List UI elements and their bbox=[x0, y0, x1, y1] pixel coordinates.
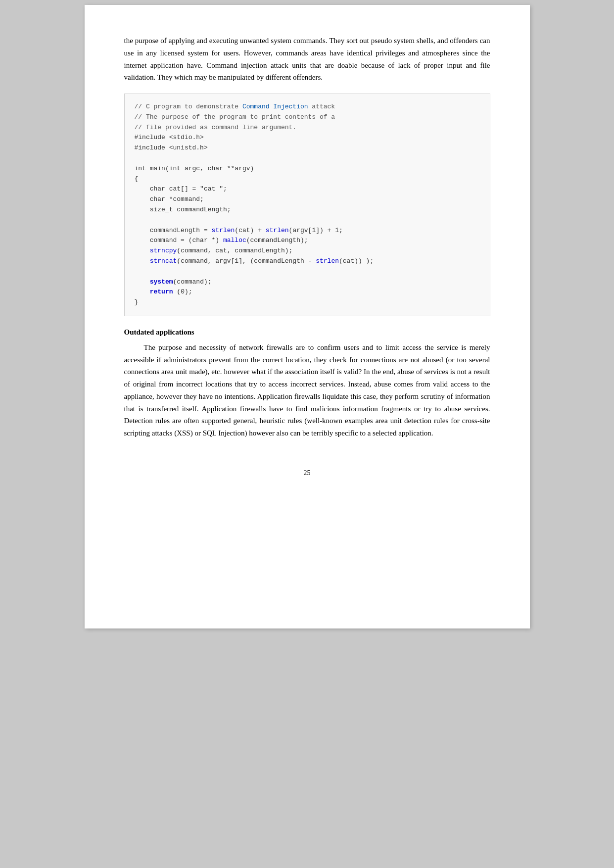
code-block: // C program to demonstrate Command Inje… bbox=[124, 94, 490, 316]
code-line-20: } bbox=[135, 298, 139, 306]
code-line-2: // The purpose of the program to print c… bbox=[135, 113, 335, 121]
code-line-10: char *command; bbox=[135, 195, 204, 203]
code-line-18: system(command); bbox=[135, 278, 212, 286]
page-number: 25 bbox=[124, 469, 490, 477]
code-line-5: #include <unistd.h> bbox=[135, 144, 208, 151]
section-heading: Outdated applications bbox=[124, 328, 490, 337]
code-line-1: // C program to demonstrate Command Inje… bbox=[135, 103, 335, 110]
code-line-13: commandLength = strlen(cat) + strlen(arg… bbox=[135, 227, 343, 234]
intro-paragraph: the purpose of applying and executing un… bbox=[124, 35, 490, 84]
code-line-16: strncat(command, argv[1], (commandLength… bbox=[135, 257, 374, 265]
code-line-14: command = (char *) malloc(commandLength)… bbox=[135, 237, 308, 244]
code-line-4: #include <stdio.h> bbox=[135, 134, 204, 141]
code-line-15: strncpy(command, cat, commandLength); bbox=[135, 247, 293, 254]
page: the purpose of applying and executing un… bbox=[85, 5, 530, 628]
code-line-9: char cat[] = "cat "; bbox=[135, 185, 227, 193]
code-line-3: // file provided as command line argumen… bbox=[135, 124, 297, 131]
code-line-7: int main(int argc, char **argv) bbox=[135, 165, 254, 172]
code-line-11: size_t commandLength; bbox=[135, 206, 231, 213]
section-paragraph: The purpose and necessity of network fir… bbox=[124, 341, 490, 439]
code-line-8: { bbox=[135, 175, 139, 183]
code-line-19: return (0); bbox=[135, 288, 192, 295]
